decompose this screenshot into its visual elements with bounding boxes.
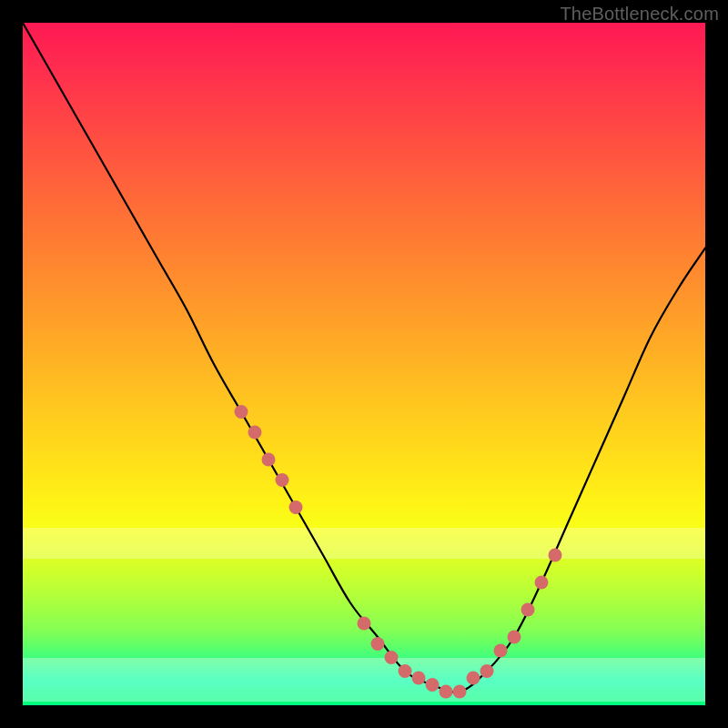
curve-marker [385,651,399,664]
curve-marker [289,500,303,514]
curve-marker [262,453,276,467]
curve-marker [467,672,480,685]
curve-marker [440,685,453,699]
curve-marker [480,664,494,678]
curve-marker [521,603,535,617]
curve-marker [549,549,562,562]
curve-marker [358,617,371,631]
curve-marker [426,678,440,692]
curve-marker [276,473,289,487]
plot-area [23,23,705,705]
marker-group [235,405,562,699]
watermark-text: TheBottleneck.com [560,4,719,25]
curve-marker [535,576,549,590]
curve-marker [235,405,248,419]
curve-marker [494,644,508,658]
curve-marker [371,637,385,651]
curve-marker [399,664,412,678]
curve-marker [453,685,467,699]
curve-marker [248,426,262,440]
curve-marker [508,631,521,644]
curve-layer [23,23,705,705]
bottleneck-curve [23,23,705,693]
curve-marker [412,672,426,685]
chart-frame: TheBottleneck.com [0,0,728,728]
